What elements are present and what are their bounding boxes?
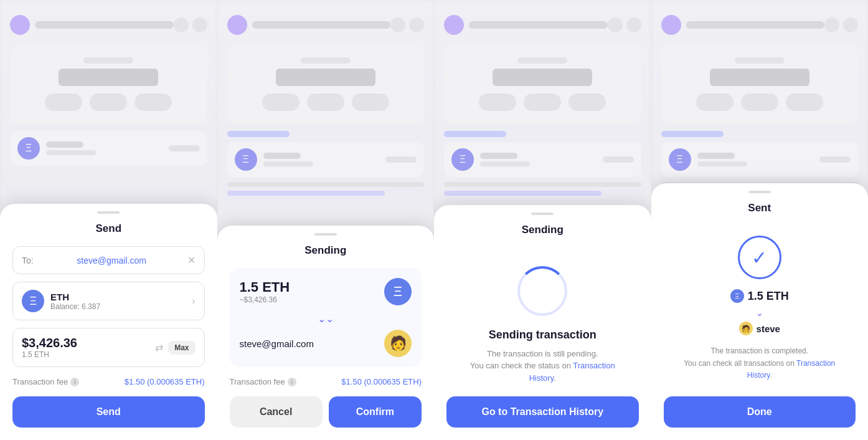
- amount-field[interactable]: $3,426.36 1.5 ETH ⇄ Max: [12, 328, 205, 367]
- done-button[interactable]: Done: [664, 396, 856, 428]
- bg-icon-8: [843, 17, 858, 32]
- sent-amount-row: Ξ 1.5 ETH: [730, 289, 789, 303]
- bg-eth-icon: Ξ: [17, 137, 40, 160]
- sent-status-line1: The transaction is completed.: [710, 347, 808, 355]
- bg-address: [35, 21, 174, 29]
- info-icon: i: [70, 378, 79, 386]
- amount-actions: ⇄ Max: [155, 341, 195, 355]
- sending-amount-usd: ~$3,426.36: [240, 295, 290, 304]
- bg-address-4: [686, 21, 825, 29]
- send-modal: Send To: steve@gmail.com ✕ Ξ ETH Balance…: [0, 204, 217, 440]
- panel-sending-pending: Ξ Sending Sending transaction The transa…: [434, 0, 651, 440]
- sent-check-section: ✓ Ξ 1.5 ETH ⌄ 🧑 steve The transaction is…: [664, 226, 856, 396]
- bg-eth-icon-2: Ξ: [235, 148, 257, 171]
- sent-status-end: .: [770, 371, 771, 380]
- bg-address-3: [469, 21, 608, 29]
- recipient-avatar: 🧑: [384, 330, 412, 357]
- sending-details: 1.5 ETH ~$3,426.36 Ξ ⌄⌄ steve@gmail.com …: [230, 268, 422, 367]
- swap-icon[interactable]: ⇄: [155, 342, 163, 353]
- sending-status-title: Sending transaction: [489, 328, 597, 342]
- bg-icon-1: [174, 17, 189, 32]
- to-field[interactable]: To: steve@gmail.com ✕: [12, 246, 205, 274]
- asset-name: ETH: [50, 292, 192, 302]
- send-button[interactable]: Send: [12, 396, 205, 428]
- check-circle-icon: ✓: [738, 236, 781, 279]
- balance-value: 6.387: [82, 302, 100, 311]
- sent-status-line2: You can check all transactions on: [684, 359, 796, 368]
- cancel-button[interactable]: Cancel: [230, 396, 323, 428]
- fee-row-2: Transaction fee i $1.50 (0.000635 ETH): [230, 377, 422, 386]
- loading-spinner: [517, 266, 567, 316]
- amount-values: $3,426.36 1.5 ETH: [22, 336, 155, 359]
- chevron-right-icon: ›: [192, 295, 195, 307]
- fee-row: Transaction fee i $1.50 (0.000635 ETH): [12, 377, 205, 386]
- sending-amount-info: 1.5 ETH ~$3,426.36: [240, 279, 290, 304]
- panel-sending-confirm: Ξ Sending 1.5 ETH ~$3,426.36 Ξ ⌄⌄ steve@: [217, 0, 435, 440]
- sent-down-arrow-icon: ⌄: [756, 308, 763, 318]
- eth-icon: Ξ: [22, 290, 44, 312]
- sent-recipient-name: steve: [757, 323, 780, 334]
- bg-eth-icon-3: Ξ: [451, 148, 474, 171]
- confirm-buttons: Cancel Confirm: [230, 396, 422, 428]
- sent-recipient-row: 🧑 steve: [739, 322, 780, 335]
- sending-pending-title: Sending: [446, 224, 639, 236]
- bg-icon-5: [608, 17, 623, 32]
- sent-modal: Sent ✓ Ξ 1.5 ETH ⌄ 🧑 steve The transacti…: [651, 183, 869, 440]
- confirm-button[interactable]: Confirm: [329, 396, 422, 428]
- sending-recipient-email: steve@gmail.com: [240, 338, 314, 349]
- eth-circle-icon: Ξ: [384, 278, 412, 305]
- modal-handle-3: [531, 213, 554, 215]
- to-label: To:: [22, 256, 34, 265]
- go-to-history-button[interactable]: Go to Transaction History: [446, 396, 639, 428]
- bg-eth-icon-4: Ξ: [669, 148, 691, 171]
- spinner-section: Sending transaction The transaction is s…: [446, 247, 639, 397]
- sent-recipient-avatar: 🧑: [739, 322, 753, 335]
- down-arrows-icon: ⌄⌄: [240, 313, 412, 325]
- bg-avatar-4: [661, 15, 681, 35]
- max-button[interactable]: Max: [168, 341, 195, 355]
- bg-avatar-2: [227, 15, 247, 35]
- status-line2: You can check the status on: [470, 361, 573, 370]
- sending-confirm-title: Sending: [230, 244, 422, 257]
- bg-icon-3: [390, 17, 405, 32]
- asset-info: ETH Balance: 6.387: [50, 292, 192, 311]
- sending-status-text: The transaction is still pending. You ca…: [459, 348, 626, 385]
- fee-value-2: $1.50 (0.000635 ETH): [341, 377, 422, 386]
- sending-pending-modal: Sending Sending transaction The transact…: [434, 205, 651, 441]
- bg-icon-4: [409, 17, 424, 32]
- sent-status-text: The transaction is completed. You can ch…: [674, 345, 846, 381]
- sending-to-row: steve@gmail.com 🧑: [240, 330, 412, 357]
- balance-label: Balance:: [50, 302, 80, 311]
- bg-avatar: [10, 15, 30, 35]
- amount-sub: 1.5 ETH: [22, 350, 155, 359]
- modal-handle-2: [314, 233, 337, 236]
- bg-icon-2: [192, 17, 207, 32]
- status-line1: The transaction is still pending.: [487, 349, 598, 358]
- fee-label-2: Transaction fee i: [230, 377, 296, 386]
- status-end: .: [554, 373, 556, 383]
- bg-address-2: [252, 21, 391, 29]
- sent-amount: 1.5 ETH: [748, 290, 789, 303]
- fee-value: $1.50 (0.000635 ETH): [125, 377, 205, 386]
- to-email: steve@gmail.com: [77, 256, 146, 265]
- sent-title: Sent: [664, 202, 856, 214]
- send-title: Send: [12, 222, 205, 235]
- sending-amount-row: 1.5 ETH ~$3,426.36 Ξ: [240, 278, 412, 305]
- clear-icon[interactable]: ✕: [187, 254, 196, 266]
- modal-handle: [97, 211, 120, 214]
- panel-send: Ξ Send To: steve@gmail.com ✕ Ξ ETH Balan…: [0, 0, 217, 440]
- asset-balance: Balance: 6.387: [50, 302, 192, 311]
- bg-icon-7: [824, 17, 839, 32]
- fee-label: Transaction fee i: [12, 377, 79, 386]
- sending-amount: 1.5 ETH: [240, 279, 290, 295]
- modal-handle-4: [748, 191, 771, 193]
- amount-main: $3,426.36: [22, 336, 155, 350]
- info-icon-2: i: [288, 378, 296, 386]
- asset-selector[interactable]: Ξ ETH Balance: 6.387 ›: [12, 282, 205, 320]
- sent-eth-icon: Ξ: [730, 289, 744, 303]
- bg-avatar-3: [444, 15, 464, 35]
- panel-sent: Ξ Sent ✓ Ξ 1.5 ETH ⌄ 🧑 steve: [651, 0, 869, 440]
- sending-confirm-modal: Sending 1.5 ETH ~$3,426.36 Ξ ⌄⌄ steve@gm…: [217, 226, 435, 440]
- bg-icon-6: [626, 17, 641, 32]
